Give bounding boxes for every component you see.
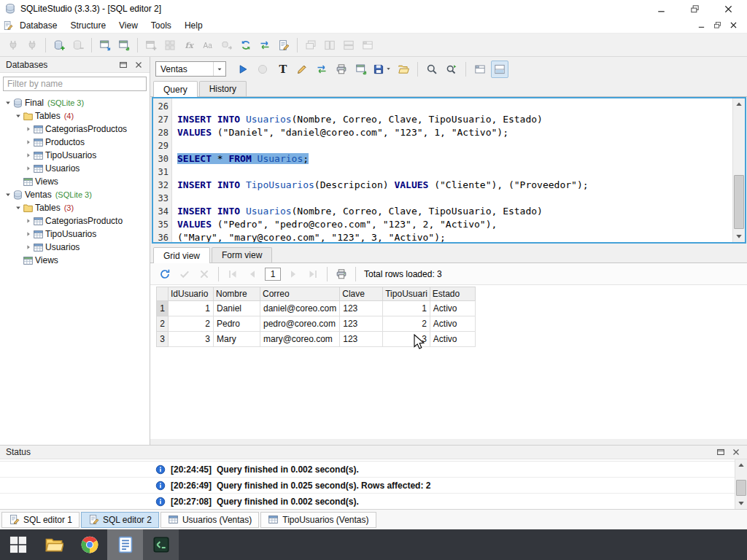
close-panel-button[interactable]: [731, 447, 741, 457]
expander-closed-icon[interactable]: [23, 165, 33, 172]
status-scrollbar[interactable]: [735, 459, 747, 509]
expander-closed-icon[interactable]: [23, 125, 33, 133]
tree-item-categoriasproductos[interactable]: CategoriasProductos: [0, 122, 150, 136]
save-sql-button[interactable]: [372, 61, 392, 78]
tree-item-final[interactable]: Final(SQLite 3): [0, 96, 150, 109]
column-header-estado[interactable]: Estado: [430, 287, 475, 301]
tree-item-usuarios[interactable]: Usuarios: [0, 162, 150, 175]
expander-closed-icon[interactable]: [23, 230, 33, 238]
grid-cell[interactable]: mary@coreo.com: [260, 332, 340, 347]
chevron-down-icon[interactable]: [385, 66, 392, 72]
sync-databases-button[interactable]: [256, 36, 274, 54]
start-button[interactable]: [0, 529, 36, 560]
expander-open-icon[interactable]: [3, 99, 12, 106]
row-number[interactable]: 3: [157, 332, 169, 347]
results-in-tab-button[interactable]: [471, 61, 489, 78]
menu-tools[interactable]: Tools: [144, 19, 178, 32]
column-header-tipousuari[interactable]: TipoUsuari: [383, 287, 430, 301]
tree-item-usuarios[interactable]: Usuarios: [0, 241, 150, 254]
tab-history[interactable]: History: [199, 81, 247, 96]
window-tab-sql-editor-1[interactable]: SQL editor 1: [1, 512, 80, 528]
open-sql-editor-button[interactable]: [275, 36, 293, 54]
export-results-button[interactable]: [352, 61, 370, 78]
expander-open-icon[interactable]: [13, 112, 23, 120]
tree-item-tipousuarios[interactable]: TipoUsuarios: [0, 149, 150, 162]
expander-closed-icon[interactable]: [23, 217, 33, 225]
grid-cell[interactable]: Activo: [430, 332, 475, 347]
code-area[interactable]: INSERT INTO Usuarios(Nombre, Correo, Cla…: [173, 98, 732, 242]
menu-view[interactable]: View: [112, 19, 144, 32]
import-button[interactable]: [96, 36, 114, 54]
window-tab-tipousuarios-ventas-[interactable]: TipoUsuarios (Ventas): [260, 512, 376, 528]
menu-structure[interactable]: Structure: [63, 19, 112, 32]
refresh-schemas-button[interactable]: [237, 36, 255, 54]
print-results-button[interactable]: [333, 265, 350, 283]
tree-item-tables[interactable]: Tables(3): [0, 201, 150, 214]
scroll-down-icon[interactable]: [733, 230, 745, 242]
expander-closed-icon[interactable]: [23, 152, 33, 159]
grid-cell[interactable]: Pedro: [214, 316, 260, 332]
grid-cell[interactable]: Daniel: [214, 301, 260, 316]
grid-cell[interactable]: 123: [340, 301, 383, 316]
scroll-thumb[interactable]: [734, 175, 744, 229]
column-header-correo[interactable]: Correo: [260, 287, 340, 301]
grid-cell[interactable]: Activo: [430, 316, 475, 332]
float-panel-button[interactable]: [118, 60, 128, 70]
scroll-up-icon[interactable]: [733, 98, 745, 110]
expander-closed-icon[interactable]: [23, 139, 33, 146]
expander-closed-icon[interactable]: [23, 244, 33, 251]
grid-cell[interactable]: 2: [169, 316, 214, 332]
window-tab-sql-editor-2[interactable]: SQL editor 2: [81, 512, 159, 528]
find-next-button[interactable]: [443, 61, 460, 78]
tree-item-categoriasproducto[interactable]: CategoriasProducto: [0, 214, 150, 228]
export-button[interactable]: [115, 36, 133, 54]
tree-item-tables[interactable]: Tables(4): [0, 109, 150, 122]
add-database-button[interactable]: [50, 36, 68, 54]
expander-open-icon[interactable]: [13, 204, 23, 211]
load-sql-button[interactable]: [395, 61, 412, 78]
tree-item-ventas[interactable]: Ventas(SQLite 3): [0, 188, 150, 201]
grid-cell[interactable]: daniel@coreo.com: [260, 301, 340, 316]
grid-cell[interactable]: Activo: [430, 301, 475, 316]
notepad-app-button[interactable]: [107, 529, 143, 560]
editor-scrollbar[interactable]: [732, 98, 745, 242]
close-panel-button[interactable]: [133, 60, 144, 70]
filter-input[interactable]: [3, 77, 147, 91]
grid-cell[interactable]: 1: [169, 301, 214, 316]
restore-button[interactable]: [687, 1, 702, 16]
execute-query-button[interactable]: [234, 61, 252, 78]
grid-cell[interactable]: 123: [340, 316, 383, 332]
tab-grid-view[interactable]: Grid view: [153, 247, 210, 263]
tab-query[interactable]: Query: [153, 81, 198, 97]
grid-cell[interactable]: 2: [383, 316, 430, 332]
file-explorer-button[interactable]: [36, 529, 71, 560]
float-panel-button[interactable]: [716, 447, 726, 457]
grid-cell[interactable]: 123: [340, 332, 383, 347]
format-sql-button[interactable]: [293, 61, 311, 78]
print-button[interactable]: [333, 61, 350, 78]
mdi-minimize-button[interactable]: [697, 20, 706, 30]
tree-item-views[interactable]: Views: [0, 254, 150, 267]
menu-help[interactable]: Help: [178, 19, 209, 32]
scroll-down-icon[interactable]: [735, 497, 747, 509]
window-tab-usuarios-ventas-[interactable]: Usuarios (Ventas): [160, 512, 259, 528]
column-header-nombre[interactable]: Nombre: [214, 287, 260, 301]
close-button[interactable]: [721, 1, 735, 16]
tree-item-productos[interactable]: Productos: [0, 136, 150, 149]
page-number-input[interactable]: 1: [265, 268, 281, 281]
refresh-results-button[interactable]: [156, 265, 174, 283]
column-header-clave[interactable]: Clave: [340, 287, 383, 301]
scroll-up-icon[interactable]: [735, 459, 747, 471]
mdi-close-button[interactable]: [729, 20, 738, 30]
minimize-button[interactable]: [654, 1, 668, 16]
clear-history-button[interactable]: [313, 61, 330, 78]
running-app-button[interactable]: [143, 529, 179, 560]
explain-query-button[interactable]: T: [274, 61, 291, 78]
expander-open-icon[interactable]: [3, 191, 12, 198]
grid-cell[interactable]: 1: [383, 301, 430, 316]
tree-item-tipousuarios[interactable]: TipoUsuarios: [0, 228, 150, 241]
column-header-idusuario[interactable]: IdUsuario: [169, 287, 214, 301]
tab-form-view[interactable]: Form view: [212, 247, 272, 262]
mdi-restore-button[interactable]: [713, 20, 722, 30]
grid-cell[interactable]: pedro@coreo.com: [260, 316, 340, 332]
